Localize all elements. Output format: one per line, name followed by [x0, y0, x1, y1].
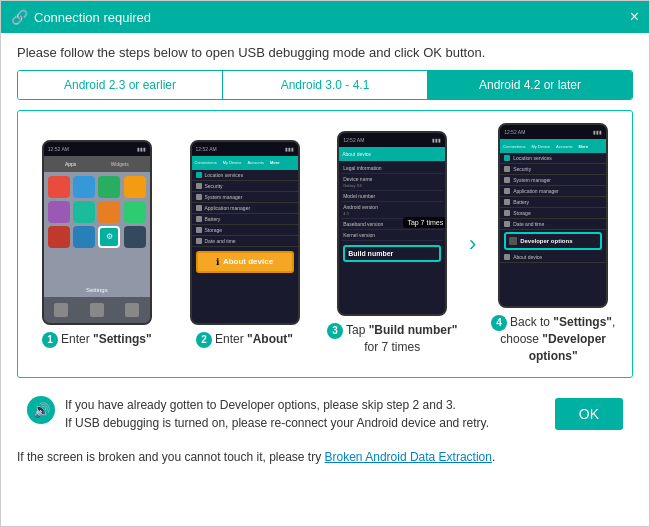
- app-icon-10: [73, 226, 95, 248]
- device-name-item: Device nameGalaxy S4: [341, 174, 443, 191]
- legal-item: Legal information: [341, 163, 443, 174]
- about-icon: ℹ: [216, 257, 219, 267]
- list-datetime: Date and time: [192, 236, 298, 247]
- info-text-1: If you have already gotten to Developer …: [65, 396, 545, 414]
- app-icon-5: [48, 201, 70, 223]
- p4-icon-sys: [504, 177, 510, 183]
- tab-android-42[interactable]: Android 4.2 or later: [428, 71, 632, 99]
- app-icon-1: [48, 176, 70, 198]
- settings-app-icon: ⚙: [98, 226, 120, 248]
- phone2-menu-bar: Connections My Device Accounts More: [192, 156, 298, 170]
- title-bar: 🔗 Connection required ×: [1, 1, 649, 33]
- instruction-text: Please follow the steps below to open US…: [17, 45, 633, 60]
- phone4-menu-more: More: [579, 144, 589, 149]
- phone3-about-list: Legal information Device nameGalaxy S4 M…: [339, 161, 445, 243]
- phone-4-image: 12:52 AM ▮▮▮ Connections My Device Accou…: [498, 123, 608, 308]
- p4-icon-bat: [504, 199, 510, 205]
- footer-suffix: .: [492, 450, 495, 464]
- phone4-status-bar: 12:52 AM ▮▮▮: [500, 125, 606, 139]
- list-icon-app: [196, 205, 202, 211]
- phone2-content: Connections My Device Accounts More Loca…: [192, 156, 298, 323]
- step-3: 12:52 AM ▮▮▮ About device Legal informat…: [321, 131, 463, 356]
- app-icon-2: [73, 176, 95, 198]
- step-1-bold: "Settings": [93, 332, 152, 346]
- tab-android-30[interactable]: Android 3.0 - 4.1: [223, 71, 428, 99]
- phone1-dock: [44, 297, 150, 323]
- list-icon-battery: [196, 216, 202, 222]
- phone4-signal: ▮▮▮: [593, 129, 602, 135]
- list-sysmanager: System manager: [192, 192, 298, 203]
- phone3-about-title: About device: [342, 151, 371, 157]
- step-4-prefix: Back to: [510, 315, 553, 329]
- phone4-content: Connections My Device Accounts More Loca…: [500, 139, 606, 306]
- phone4-menu-bar: Connections My Device Accounts More: [500, 139, 606, 153]
- phone2-status-bar: 12:52 AM ▮▮▮: [192, 142, 298, 156]
- step-1-prefix: Enter: [61, 332, 93, 346]
- phone3-content: About device Legal information Device na…: [339, 147, 445, 314]
- dock-icon-3: [125, 303, 139, 317]
- p4-icon-about: [504, 254, 510, 260]
- tap-7-label: Tap 7 times: [403, 217, 445, 228]
- app-grid: ⚙: [44, 172, 150, 252]
- about-device-highlight: ℹ About device: [196, 251, 294, 273]
- phone3-status-bar: 12:52 AM ▮▮▮: [339, 133, 445, 147]
- list-icon-security: [196, 183, 202, 189]
- step-2-caption: 2Enter "About": [196, 331, 293, 348]
- step-1-caption: 1Enter "Settings": [42, 331, 152, 348]
- step-4-number: 4: [491, 315, 507, 331]
- app-icon-7: [98, 201, 120, 223]
- menu-more: More: [270, 160, 280, 165]
- broken-android-link[interactable]: Broken Android Data Extraction: [325, 450, 492, 464]
- connection-icon: 🔗: [11, 9, 28, 25]
- next-arrow[interactable]: ›: [469, 231, 476, 257]
- main-window: 🔗 Connection required × Please follow th…: [0, 0, 650, 527]
- phone1-signal: ▮▮▮: [137, 146, 146, 152]
- p4-location: Location services: [500, 153, 606, 164]
- phone1-content: Apps Widgets: [44, 156, 150, 323]
- step-1-number: 1: [42, 332, 58, 348]
- step-3-number: 3: [327, 323, 343, 339]
- speaker-icon: 🔊: [27, 396, 55, 424]
- p4-storage: Storage: [500, 208, 606, 219]
- list-icon-location: [196, 172, 202, 178]
- developer-options-highlight: Developer options: [504, 232, 602, 250]
- app-icon-8: [124, 201, 146, 223]
- list-icon-date: [196, 238, 202, 244]
- list-battery: Battery: [192, 214, 298, 225]
- phone1-status-bar: 12:52 AM ▮▮▮: [44, 142, 150, 156]
- kernel-item: Kernel version: [341, 230, 443, 241]
- app-icon-4: [124, 176, 146, 198]
- close-button[interactable]: ×: [630, 9, 639, 25]
- p4-about: About device: [500, 252, 606, 263]
- phone2-list: Location services Security System manage…: [192, 170, 298, 247]
- p4-about-label: About device: [513, 254, 542, 260]
- p4-security: Security: [500, 164, 606, 175]
- p4-icon-app: [504, 188, 510, 194]
- list-storage: Storage: [192, 225, 298, 236]
- step-2: 12:52 AM ▮▮▮ Connections My Device Accou…: [174, 140, 316, 348]
- settings-label: Settings: [86, 287, 108, 293]
- step-4-bold: "Settings": [553, 315, 612, 329]
- tab-bar: Android 2.3 or earlier Android 3.0 - 4.1…: [17, 70, 633, 100]
- phone1-time: 12:52 AM: [48, 146, 69, 152]
- dock-icon-1: [54, 303, 68, 317]
- step-3-bold: "Build number": [369, 323, 458, 337]
- list-icon-sys: [196, 194, 202, 200]
- steps-container: 12:52 AM ▮▮▮ Apps Widgets: [17, 110, 633, 378]
- model-item: Model number: [341, 191, 443, 202]
- phone4-time: 12:52 AM: [504, 129, 525, 135]
- dev-icon: [509, 237, 517, 245]
- widgets-label: Widgets: [111, 161, 129, 167]
- ok-button[interactable]: OK: [555, 398, 623, 430]
- p4-battery: Battery: [500, 197, 606, 208]
- step-2-number: 2: [196, 332, 212, 348]
- p4-icon-stor: [504, 210, 510, 216]
- step-3-suffix: for 7 times: [364, 340, 420, 354]
- info-text-container: If you have already gotten to Developer …: [65, 396, 545, 432]
- apps-label: Apps: [65, 161, 76, 167]
- footer-text: If the screen is broken and you cannot t…: [17, 450, 633, 472]
- tab-android-23[interactable]: Android 2.3 or earlier: [18, 71, 223, 99]
- phone4-menu-dev: My Device: [531, 144, 550, 149]
- menu-my-device: My Device: [223, 160, 242, 165]
- phone-3-image: 12:52 AM ▮▮▮ About device Legal informat…: [337, 131, 447, 316]
